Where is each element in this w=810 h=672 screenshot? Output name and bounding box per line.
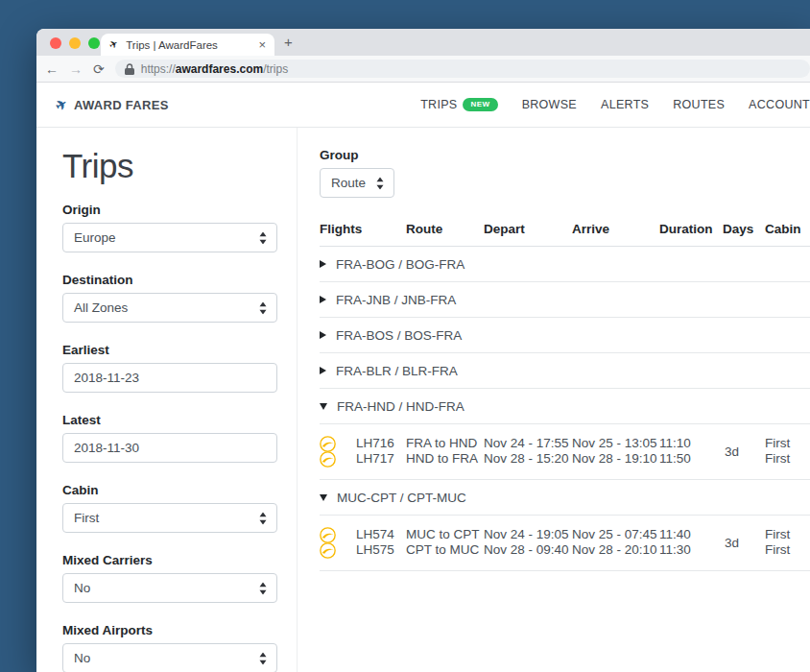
depart-value: Nov 24 - 17:55 xyxy=(484,436,572,451)
arrive-value: Nov 25 - 13:05 xyxy=(572,436,659,451)
flight-line: LH717 xyxy=(320,451,406,467)
field-cabin: CabinFirst xyxy=(62,483,277,533)
trip-row[interactable]: LH574LH575MUC to CPTCPT to MUCNov 24 - 1… xyxy=(320,516,810,571)
stepper-icon xyxy=(259,231,267,244)
cabin-value: First xyxy=(765,542,810,558)
stepper-icon xyxy=(259,582,267,594)
route-group-row[interactable]: FRA-JNB / JNB-FRA xyxy=(320,282,810,318)
column-header-route: Route xyxy=(406,222,484,236)
route-group-row[interactable]: FRA-HND / HND-FRA xyxy=(320,389,810,424)
destination-select[interactable]: All Zones xyxy=(62,293,277,323)
caret-right-icon xyxy=(320,331,326,339)
tab-title: Trips | AwardFares xyxy=(126,39,258,51)
close-tab-icon[interactable]: × xyxy=(258,38,266,51)
column-header-cabin: Cabin xyxy=(765,222,810,236)
nav-item-browse[interactable]: BROWSE xyxy=(522,98,577,111)
browser-toolbar: ← → ⟳ https://awardfares.com/trips xyxy=(36,56,810,83)
brand-label: AWARD FARES xyxy=(74,98,169,112)
minimize-window-button[interactable] xyxy=(69,37,81,49)
flight-number: LH717 xyxy=(356,451,394,467)
zoom-window-button[interactable] xyxy=(88,37,100,49)
caret-right-icon xyxy=(320,367,326,374)
flight-line: LH574 xyxy=(320,527,406,542)
duration-cell: 11:4011:30 xyxy=(659,527,723,558)
new-tab-button[interactable]: + xyxy=(284,34,293,50)
reload-icon[interactable]: ⟳ xyxy=(93,62,105,76)
field-label: Destination xyxy=(62,273,277,287)
arrive-value: Nov 28 - 20:10 xyxy=(572,542,659,558)
page-title: Trips xyxy=(62,149,277,182)
mixed-carriers-select[interactable]: No xyxy=(62,573,277,603)
field-origin: OriginEurope xyxy=(62,203,277,252)
nav-item-label: ACCOUNT xyxy=(749,98,810,111)
field-label: Cabin xyxy=(62,483,277,497)
site-navbar: ✈ AWARD FARES TRIPSNEWBROWSEALERTSROUTES… xyxy=(36,83,810,128)
duration-cell: 11:1011:50 xyxy=(659,436,723,467)
back-icon[interactable]: ← xyxy=(45,62,59,76)
field-label: Origin xyxy=(62,203,277,217)
group-label: Group xyxy=(320,148,810,162)
earliest-input[interactable]: 2018-11-23 xyxy=(62,363,277,393)
arrive-value: Nov 25 - 07:45 xyxy=(572,527,659,542)
forward-icon[interactable]: → xyxy=(69,62,83,76)
lufthansa-icon xyxy=(320,436,337,451)
nav-item-label: ROUTES xyxy=(673,98,725,111)
route-group-label: FRA-BOG / BOG-FRA xyxy=(336,257,465,272)
flight-number: LH574 xyxy=(356,527,394,542)
route-group-row[interactable]: FRA-BOG / BOG-FRA xyxy=(320,247,810,282)
route-group-row[interactable]: FRA-BOS / BOS-FRA xyxy=(320,318,810,353)
origin-select[interactable]: Europe xyxy=(62,223,277,252)
browser-tab[interactable]: ✈ Trips | AwardFares × xyxy=(101,34,274,56)
stepper-icon xyxy=(259,301,267,314)
brand-logo[interactable]: ✈ AWARD FARES xyxy=(56,98,169,112)
cabin-select[interactable]: First xyxy=(62,503,277,533)
cabin-value: First xyxy=(765,451,810,467)
field-label: Earliest xyxy=(62,343,277,357)
depart-value: Nov 28 - 15:20 xyxy=(484,451,572,467)
new-badge: NEW xyxy=(463,98,497,111)
nav-item-label: BROWSE xyxy=(522,98,577,111)
field-value: All Zones xyxy=(74,300,128,315)
nav-item-label: TRIPS xyxy=(420,98,457,111)
tab-strip: ✈ Trips | AwardFares × + xyxy=(36,29,810,56)
field-label: Mixed Airports xyxy=(62,623,277,637)
duration-value: 11:50 xyxy=(659,451,723,467)
field-value: No xyxy=(74,651,90,665)
flights-cell: LH716LH717 xyxy=(320,436,406,467)
cabin-value: First xyxy=(765,527,810,542)
nav-item-trips[interactable]: TRIPSNEW xyxy=(420,98,497,111)
group-select-value: Route xyxy=(331,176,366,190)
route-group-label: MUC-CPT / CPT-MUC xyxy=(337,491,466,505)
site-page: ✈ AWARD FARES TRIPSNEWBROWSEALERTSROUTES… xyxy=(36,83,810,672)
group-select[interactable]: Route xyxy=(320,168,394,198)
route-group-label: FRA-HND / HND-FRA xyxy=(337,399,465,414)
duration-value: 11:30 xyxy=(659,542,723,558)
route-group-row[interactable]: MUC-CPT / CPT-MUC xyxy=(320,480,810,516)
arrive-value: Nov 28 - 19:10 xyxy=(572,451,659,467)
mixed-airports-select[interactable]: No xyxy=(62,643,277,672)
field-label: Mixed Carriers xyxy=(62,553,277,567)
column-header-duration: Duration xyxy=(659,222,723,236)
flight-number: LH575 xyxy=(356,542,394,558)
address-bar[interactable]: https://awardfares.com/trips xyxy=(115,60,810,78)
nav-item-alerts[interactable]: ALERTS xyxy=(601,98,649,111)
table-header-row: FlightsRouteDepartArriveDurationDaysCabi… xyxy=(320,222,810,247)
latest-input[interactable]: 2018-11-30 xyxy=(62,433,277,463)
lufthansa-icon xyxy=(320,527,337,542)
route-group-row[interactable]: FRA-BLR / BLR-FRA xyxy=(320,353,810,389)
field-value: 2018-11-23 xyxy=(74,371,139,385)
close-window-button[interactable] xyxy=(50,37,61,49)
nav-item-routes[interactable]: ROUTES xyxy=(673,98,725,111)
field-label: Latest xyxy=(62,413,277,427)
flight-number: LH716 xyxy=(356,436,394,451)
duration-value: 11:40 xyxy=(659,527,723,542)
field-value: No xyxy=(74,581,90,595)
cabin-cell: FirstFirst xyxy=(765,436,810,467)
trips-main: Group Route FlightsRouteDepartArriveDura… xyxy=(298,128,810,672)
nav-item-account[interactable]: ACCOUNT xyxy=(749,98,810,111)
filter-fields: OriginEuropeDestinationAll ZonesEarliest… xyxy=(62,203,277,672)
trip-row[interactable]: LH716LH717FRA to HNDHND to FRANov 24 - 1… xyxy=(320,424,810,480)
stepper-icon xyxy=(376,177,384,189)
days-cell: 3d xyxy=(723,436,765,467)
caret-right-icon xyxy=(320,296,326,303)
